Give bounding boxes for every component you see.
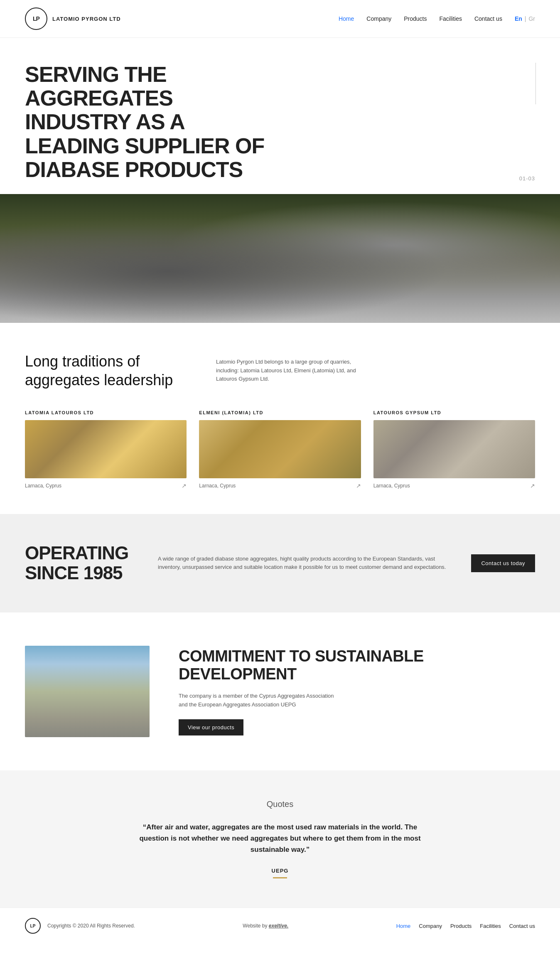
quarry-image-3 [373,420,535,478]
quote-text: “After air and water, aggregates are the… [139,822,421,856]
hero-section: SERVING THE AGGREGATES INDUSTRY AS A LEA… [0,38,560,194]
footer-website-prefix: Website by [243,923,268,929]
quarry-location-3: Larnaca, Cyprus [373,483,410,489]
sustainability-description: The company is a member of the Cyprus Ag… [179,692,336,709]
logo-icon: LP [25,7,47,30]
hero-counter: 01-03 [519,175,535,182]
footer-website-name: exeltive. [269,923,288,929]
nav-contact[interactable]: Contact us [474,15,502,22]
hero-title: SERVING THE AGGREGATES INDUSTRY AS A LEA… [25,63,274,182]
hero-image [0,194,560,323]
quarry-card-3: LATOUROS GYPSUM LTD Larnaca, Cyprus ↗ [373,410,535,489]
footer-copyright: Copyrights © 2020 All Rights Reserved. [47,923,135,929]
footer-website-credit: Website by exeltive. [243,923,288,929]
contact-us-today-button[interactable]: Contact us today [471,554,535,572]
operating-section: OPERATING SINCE 1985 A wide range of gra… [0,514,560,612]
lang-en[interactable]: En [515,15,522,22]
operating-description: A wide range of graded diabase stone agg… [158,555,446,572]
company-name: LATOMIO PYRGON LTD [52,16,121,22]
quarry-cards-section: LATOMIA LATOUROS LTD Larnaca, Cyprus ↗ E… [0,410,560,514]
quarry-title-3: LATOUROS GYPSUM LTD [373,410,535,415]
sustainability-content: COMMITMENT TO SUSTAINABLE DEVELOPMENT Th… [179,647,535,735]
sustainability-image [25,646,150,737]
footer-left: LP Copyrights © 2020 All Rights Reserved… [25,918,135,934]
traditions-description: Latomio Pyrgon Ltd belongs to a large gr… [216,358,366,384]
quote-underline-decoration [273,877,287,878]
footer-nav-company[interactable]: Company [419,923,442,929]
sustainability-section: COMMITMENT TO SUSTAINABLE DEVELOPMENT Th… [0,612,560,770]
quarry-external-link-1[interactable]: ↗ [182,482,187,489]
quarry-title-2: ELMENI (LATOMIA) LTD [199,410,361,415]
footer-nav-facilities[interactable]: Facilities [480,923,501,929]
quarry-external-link-3[interactable]: ↗ [530,482,535,489]
language-switcher: En | Gr [515,15,535,22]
quote-source: UEPG [25,868,535,874]
lang-divider: | [525,15,526,22]
quotes-label: Quotes [25,799,535,809]
operating-title: OPERATING SINCE 1985 [25,543,133,583]
quarry-footer-1: Larnaca, Cyprus ↗ [25,482,187,489]
logo-area: LP LATOMIO PYRGON LTD [25,7,121,30]
footer-nav-home[interactable]: Home [396,923,411,929]
footer-logo-icon: LP [25,918,41,934]
nav-company[interactable]: Company [366,15,391,22]
quarry-footer-3: Larnaca, Cyprus ↗ [373,482,535,489]
quotes-section: Quotes “After air and water, aggregates … [0,770,560,908]
quarry-image-1 [25,420,187,478]
quarry-location-2: Larnaca, Cyprus [199,483,236,489]
header: LP LATOMIO PYRGON LTD Home Company Produ… [0,0,560,38]
traditions-section: Long traditions of aggregates leadership… [0,323,560,410]
nav-home[interactable]: Home [339,15,354,22]
hero-image-inner [0,194,560,323]
quarry-card-1: LATOMIA LATOUROS LTD Larnaca, Cyprus ↗ [25,410,187,489]
footer-nav: Home Company Products Facilities Contact… [396,923,535,929]
quarry-title-1: LATOMIA LATOUROS LTD [25,410,187,415]
nav-facilities[interactable]: Facilities [440,15,462,22]
quarry-footer-2: Larnaca, Cyprus ↗ [199,482,361,489]
hero-decorative-line [535,63,536,104]
traditions-right: Latomio Pyrgon Ltd belongs to a large gr… [216,352,535,389]
sustainability-title: COMMITMENT TO SUSTAINABLE DEVELOPMENT [179,647,535,684]
quarry-image-2 [199,420,361,478]
quarry-location-1: Larnaca, Cyprus [25,483,61,489]
view-products-button[interactable]: View our products [179,719,243,735]
quarry-card-2: ELMENI (LATOMIA) LTD Larnaca, Cyprus ↗ [199,410,361,489]
main-nav: Home Company Products Facilities Contact… [339,15,535,22]
traditions-left: Long traditions of aggregates leadership [25,352,183,389]
footer: LP Copyrights © 2020 All Rights Reserved… [0,908,560,944]
lang-gr[interactable]: Gr [528,15,535,22]
logo-initials: LP [33,15,39,22]
footer-logo-initials: LP [30,924,36,928]
quarry-external-link-2[interactable]: ↗ [356,482,361,489]
traditions-title: Long traditions of aggregates leadership [25,352,183,389]
footer-nav-products[interactable]: Products [450,923,472,929]
nav-products[interactable]: Products [404,15,427,22]
footer-nav-contact[interactable]: Contact us [509,923,535,929]
